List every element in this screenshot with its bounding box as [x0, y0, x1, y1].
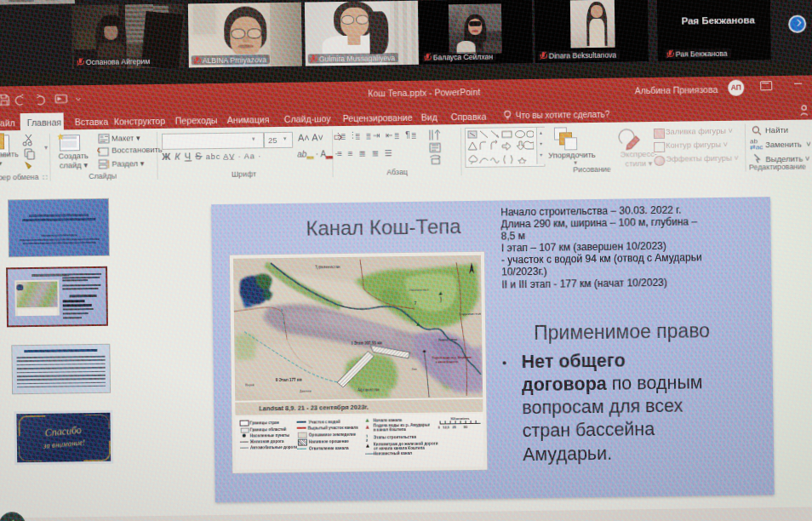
svg-text:в канал Коштепа: в канал Коштепа	[436, 360, 459, 364]
svg-text:Жерой: Жерой	[245, 383, 254, 386]
svg-text:Подача воды из р. Амударьи: Подача воды из р. Амударьи	[432, 356, 472, 360]
svg-text:Кел: Кел	[412, 368, 417, 371]
svg-text:Афганистан: Афганистан	[357, 387, 380, 392]
svg-text:Таджикистан: Таджикистан	[459, 312, 482, 316]
svg-text:Узбекистан: Узбекистан	[409, 288, 428, 292]
svg-text:I Этап 107,55 км: I Этап 107,55 км	[352, 341, 382, 345]
svg-text:Довлели: Довлели	[300, 390, 312, 393]
svg-text:7: 7	[415, 301, 417, 306]
svg-text:II Этап 177 км: II Этап 177 км	[276, 378, 302, 382]
svg-text:Туркменистан: Туркменистан	[315, 265, 340, 269]
svg-text:Новый канал: Новый канал	[438, 338, 457, 341]
